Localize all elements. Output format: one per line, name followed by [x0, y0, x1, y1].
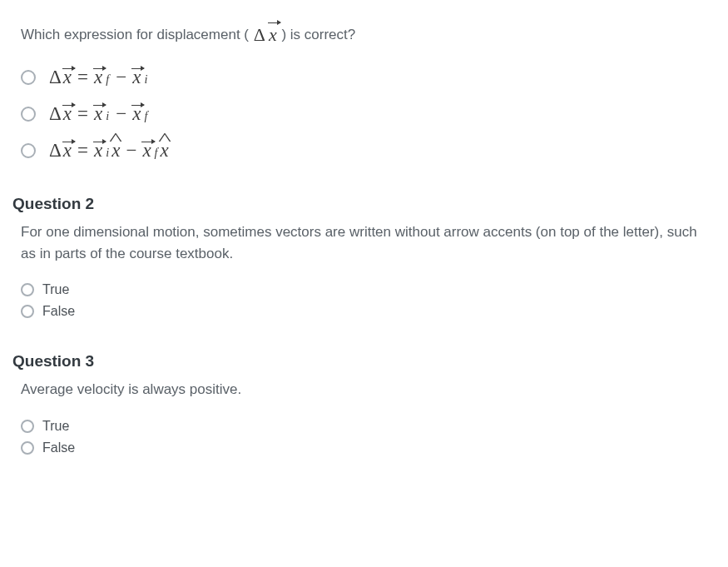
subscript-i: i	[104, 109, 110, 123]
radio-icon	[21, 420, 34, 433]
x-vector: x	[63, 67, 72, 88]
subscript-i: i	[142, 72, 148, 87]
q3-option-true[interactable]: True	[21, 419, 707, 434]
question-2-stem: For one dimensional motion, sometimes ve…	[21, 221, 707, 264]
q1-option-a-expression: Δx = xf − xi	[49, 67, 148, 88]
question-3-stem: Average velocity is always positive.	[21, 379, 707, 400]
question-2-heading: Question 2	[12, 195, 707, 213]
radio-icon	[21, 70, 36, 85]
question-3-heading: Question 3	[12, 352, 707, 371]
radio-icon	[21, 143, 36, 158]
x-vector: x	[269, 21, 277, 48]
q1-option-a[interactable]: Δx = xf − xi	[21, 67, 707, 88]
q2-option-true[interactable]: True	[21, 282, 707, 297]
minus-symbol: −	[121, 140, 141, 162]
question-1-stem: Which expression for displacement ( Δx )…	[21, 21, 707, 48]
x-vector: x	[132, 103, 141, 125]
q1-stem-symbol: Δx	[254, 21, 277, 48]
radio-icon	[21, 283, 34, 296]
delta-symbol: Δ	[49, 140, 62, 162]
delta-symbol: Δ	[49, 103, 62, 125]
q3-option-true-label: True	[42, 419, 69, 434]
minus-symbol: −	[111, 67, 131, 88]
x-hat: x	[161, 140, 169, 162]
x-hat: x	[111, 140, 120, 162]
q1-stem-suffix: ) is correct?	[281, 27, 355, 42]
q1-option-c[interactable]: Δx = xix − xfx	[21, 140, 707, 162]
q2-option-true-label: True	[42, 282, 69, 297]
x-vector: x	[63, 140, 72, 162]
question-2: Question 2 For one dimensional motion, s…	[12, 195, 707, 319]
radio-icon	[21, 441, 34, 455]
q3-option-false-label: False	[42, 440, 75, 455]
equals-symbol: =	[73, 67, 92, 88]
question-3: Question 3 Average velocity is always po…	[12, 352, 707, 455]
minus-symbol: −	[111, 103, 131, 125]
x-vector: x	[94, 140, 102, 162]
x-vector: x	[94, 67, 102, 88]
x-vector: x	[63, 103, 72, 125]
subscript-f: f	[142, 109, 148, 123]
q1-stem-prefix: Which expression for displacement (	[21, 27, 253, 42]
radio-icon	[21, 107, 36, 122]
q2-option-false[interactable]: False	[21, 304, 707, 319]
question-1: Which expression for displacement ( Δx )…	[21, 21, 707, 162]
q2-option-false-label: False	[42, 304, 75, 319]
delta-symbol: Δ	[254, 21, 265, 48]
q3-option-false[interactable]: False	[21, 440, 707, 455]
equals-symbol: =	[73, 103, 92, 125]
delta-symbol: Δ	[49, 67, 62, 88]
equals-symbol: =	[73, 140, 92, 162]
x-vector: x	[132, 67, 141, 88]
q1-option-c-expression: Δx = xix − xfx	[49, 140, 169, 162]
q1-option-b[interactable]: Δx = xi − xf	[21, 103, 707, 125]
radio-icon	[21, 305, 34, 318]
q1-option-b-expression: Δx = xi − xf	[49, 103, 148, 125]
x-vector: x	[142, 140, 151, 162]
subscript-f: f	[104, 72, 110, 87]
x-vector: x	[94, 103, 102, 125]
